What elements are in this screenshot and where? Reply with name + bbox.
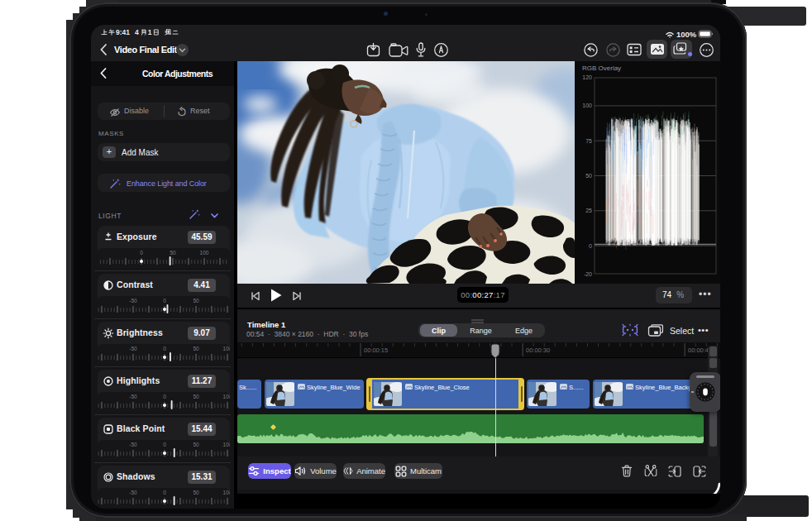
svg-text:-50: -50 [129, 394, 137, 399]
svg-text:50: 50 [193, 298, 199, 304]
svg-text:50: 50 [193, 442, 199, 447]
svg-text:0: 0 [163, 394, 166, 399]
svg-text:0: 0 [140, 250, 143, 256]
svg-text:50: 50 [193, 346, 199, 351]
svg-text:00:00:30: 00:00:30 [526, 347, 550, 354]
svg-text:0: 0 [163, 298, 166, 304]
svg-text:100: 100 [223, 442, 230, 447]
svg-text:-50: -50 [129, 298, 137, 304]
svg-text:50: 50 [193, 490, 199, 495]
svg-text:100: 100 [223, 346, 230, 351]
svg-text:100: 100 [223, 394, 230, 399]
svg-text:50: 50 [170, 250, 176, 256]
svg-text:0: 0 [163, 442, 166, 447]
svg-text:100%: 100% [676, 30, 697, 39]
svg-text:50: 50 [193, 394, 199, 399]
svg-text:-50: -50 [129, 442, 137, 447]
svg-text:100: 100 [223, 490, 230, 495]
svg-text:00:00:4: 00:00:4 [688, 347, 709, 354]
svg-text:-50: -50 [129, 490, 137, 495]
svg-text:100: 100 [200, 250, 209, 256]
svg-text:00:00:15: 00:00:15 [364, 347, 388, 354]
svg-text:0: 0 [163, 490, 166, 495]
svg-text:-50: -50 [129, 346, 137, 351]
svg-text:0: 0 [163, 346, 166, 351]
